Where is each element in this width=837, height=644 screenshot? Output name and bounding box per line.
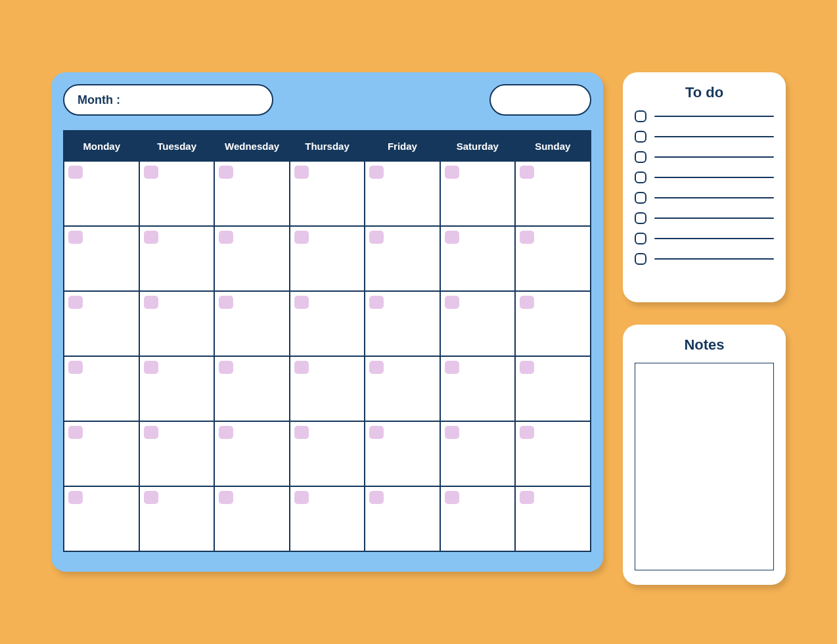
day-date-marker bbox=[144, 491, 158, 504]
todo-checkbox[interactable] bbox=[635, 212, 646, 224]
calendar-day-cell[interactable] bbox=[516, 292, 590, 356]
calendar-day-cell[interactable] bbox=[215, 227, 290, 290]
calendar-day-cell[interactable] bbox=[365, 487, 441, 551]
calendar-day-cell[interactable] bbox=[64, 227, 140, 290]
calendar-day-cell[interactable] bbox=[441, 162, 516, 225]
calendar-day-cell[interactable] bbox=[441, 292, 516, 356]
calendar-day-cell[interactable] bbox=[215, 357, 290, 421]
calendar-day-cell[interactable] bbox=[290, 162, 366, 225]
todo-checkbox[interactable] bbox=[635, 151, 646, 163]
calendar-day-cell[interactable] bbox=[441, 227, 516, 290]
todo-item bbox=[635, 233, 774, 244]
todo-text-line[interactable] bbox=[654, 218, 774, 219]
calendar-day-cell[interactable] bbox=[290, 487, 366, 551]
calendar-week bbox=[64, 160, 590, 225]
calendar-weeks bbox=[64, 160, 590, 551]
todo-item bbox=[635, 192, 774, 204]
calendar-day-cell[interactable] bbox=[290, 292, 366, 356]
calendar-day-cell[interactable] bbox=[140, 487, 215, 551]
todo-checkbox[interactable] bbox=[635, 172, 646, 183]
calendar-day-cell[interactable] bbox=[290, 227, 366, 290]
todo-text-line[interactable] bbox=[654, 177, 774, 178]
calendar-day-cell[interactable] bbox=[365, 227, 441, 290]
calendar-day-cell[interactable] bbox=[365, 357, 441, 421]
calendar-day-cell[interactable] bbox=[64, 357, 140, 421]
calendar-day-cell[interactable] bbox=[441, 422, 516, 486]
day-date-marker bbox=[68, 361, 83, 374]
calendar-day-cell[interactable] bbox=[516, 162, 590, 225]
sidebar: To do Notes bbox=[623, 72, 786, 585]
day-date-marker bbox=[219, 231, 233, 244]
secondary-input[interactable] bbox=[489, 84, 591, 116]
weekday-header: Sunday bbox=[516, 131, 590, 160]
todo-text-line[interactable] bbox=[654, 258, 774, 260]
day-date-marker bbox=[369, 296, 384, 309]
todo-title: To do bbox=[635, 84, 774, 101]
todo-checkbox[interactable] bbox=[635, 253, 646, 265]
day-date-marker bbox=[445, 361, 459, 374]
calendar-day-cell[interactable] bbox=[441, 357, 516, 421]
day-date-marker bbox=[520, 361, 534, 374]
todo-checkbox[interactable] bbox=[635, 131, 646, 143]
calendar-week bbox=[64, 356, 590, 421]
calendar-day-cell[interactable] bbox=[441, 487, 516, 551]
calendar-day-cell[interactable] bbox=[215, 292, 290, 356]
calendar-day-cell[interactable] bbox=[140, 227, 215, 290]
calendar-day-cell[interactable] bbox=[516, 357, 590, 421]
day-date-marker bbox=[520, 166, 534, 179]
weekday-header-row: Monday Tuesday Wednesday Thursday Friday… bbox=[64, 131, 590, 160]
calendar-day-cell[interactable] bbox=[64, 292, 140, 356]
calendar-day-cell[interactable] bbox=[215, 162, 290, 225]
day-date-marker bbox=[219, 166, 233, 179]
month-input[interactable]: Month : bbox=[63, 84, 273, 116]
calendar-day-cell[interactable] bbox=[140, 162, 215, 225]
day-date-marker bbox=[445, 426, 459, 439]
calendar-day-cell[interactable] bbox=[516, 487, 590, 551]
todo-checkbox[interactable] bbox=[635, 192, 646, 204]
todo-text-line[interactable] bbox=[654, 136, 774, 137]
calendar-panel: Month : Monday Tuesday Wednesday Thursda… bbox=[51, 72, 603, 572]
weekday-header: Friday bbox=[365, 131, 440, 160]
todo-item bbox=[635, 131, 774, 143]
todo-text-line[interactable] bbox=[654, 116, 774, 117]
todo-item bbox=[635, 172, 774, 183]
calendar-day-cell[interactable] bbox=[365, 292, 441, 356]
day-date-marker bbox=[294, 166, 309, 179]
calendar-day-cell[interactable] bbox=[64, 162, 140, 225]
notes-textarea[interactable] bbox=[635, 363, 774, 570]
calendar-day-cell[interactable] bbox=[365, 422, 441, 486]
calendar-day-cell[interactable] bbox=[140, 422, 215, 486]
calendar-day-cell[interactable] bbox=[516, 422, 590, 486]
day-date-marker bbox=[219, 361, 233, 374]
todo-checkbox[interactable] bbox=[635, 233, 646, 244]
todo-text-line[interactable] bbox=[654, 238, 774, 239]
calendar-day-cell[interactable] bbox=[290, 357, 366, 421]
day-date-marker bbox=[294, 361, 309, 374]
calendar-day-cell[interactable] bbox=[290, 422, 366, 486]
day-date-marker bbox=[520, 426, 534, 439]
todo-item bbox=[635, 151, 774, 163]
todo-item bbox=[635, 253, 774, 265]
day-date-marker bbox=[445, 166, 459, 179]
todo-list bbox=[635, 110, 774, 265]
calendar-day-cell[interactable] bbox=[64, 487, 140, 551]
month-label: Month : bbox=[78, 93, 120, 107]
calendar-day-cell[interactable] bbox=[215, 422, 290, 486]
todo-text-line[interactable] bbox=[654, 197, 774, 198]
weekday-header: Thursday bbox=[290, 131, 365, 160]
day-date-marker bbox=[369, 426, 384, 439]
todo-text-line[interactable] bbox=[654, 156, 774, 158]
weekday-header: Tuesday bbox=[139, 131, 214, 160]
calendar-day-cell[interactable] bbox=[64, 422, 140, 486]
day-date-marker bbox=[445, 491, 459, 504]
calendar-day-cell[interactable] bbox=[516, 227, 590, 290]
calendar-day-cell[interactable] bbox=[215, 487, 290, 551]
calendar-day-cell[interactable] bbox=[140, 357, 215, 421]
day-date-marker bbox=[144, 296, 158, 309]
todo-item bbox=[635, 110, 774, 122]
calendar-day-cell[interactable] bbox=[140, 292, 215, 356]
day-date-marker bbox=[144, 426, 158, 439]
day-date-marker bbox=[68, 426, 83, 439]
todo-checkbox[interactable] bbox=[635, 110, 646, 122]
calendar-day-cell[interactable] bbox=[365, 162, 441, 225]
